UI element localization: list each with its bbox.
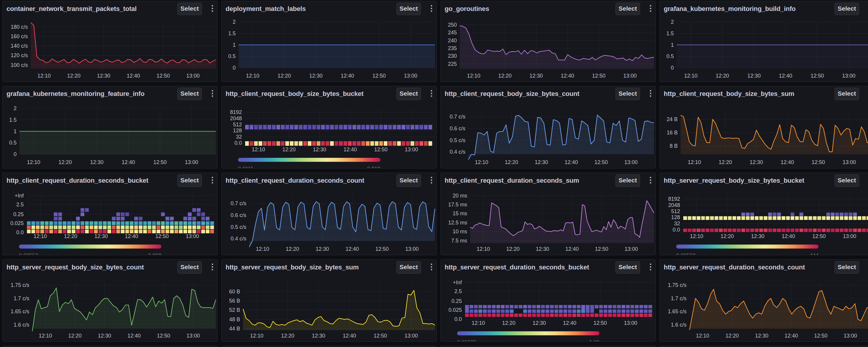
svg-text:12:20: 12:20 — [498, 73, 512, 79]
svg-text:2.5: 2.5 — [16, 201, 24, 208]
svg-text:12:10: 12:10 — [696, 333, 709, 339]
svg-text:12:40: 12:40 — [125, 233, 138, 239]
svg-text:12:30: 12:30 — [98, 333, 111, 339]
svg-text:12:40: 12:40 — [343, 147, 357, 153]
svg-text:12:20: 12:20 — [502, 320, 516, 326]
svg-text:12:50: 12:50 — [811, 73, 824, 79]
svg-text:1.6 c/s: 1.6 c/s — [13, 322, 29, 328]
svg-text:12:20: 12:20 — [278, 73, 291, 79]
svg-text:1.5: 1.5 — [228, 31, 236, 36]
svg-text:0.00553: 0.00553 — [19, 253, 38, 255]
svg-text:180 c/s: 180 c/s — [11, 24, 28, 30]
svg-text:24 B: 24 B — [667, 116, 678, 122]
svg-text:2048: 2048 — [230, 116, 242, 121]
svg-text:12:30: 12:30 — [751, 233, 764, 239]
svg-text:13:00: 13:00 — [625, 246, 638, 252]
svg-text:1.65 c/s: 1.65 c/s — [11, 309, 29, 314]
svg-text:0.025: 0.025 — [10, 220, 24, 226]
svg-text:+Inf: +Inf — [453, 280, 462, 285]
svg-text:0.0: 0.0 — [673, 227, 680, 233]
svg-text:12:10: 12:10 — [684, 73, 698, 79]
svg-text:12:30: 12:30 — [750, 159, 763, 165]
svg-text:13:00: 13:00 — [186, 73, 199, 79]
svg-text:0: 0 — [671, 65, 674, 71]
svg-text:0.998: 0.998 — [148, 253, 161, 255]
svg-text:7.5 ms: 7.5 ms — [451, 238, 467, 244]
svg-text:15 ms: 15 ms — [453, 211, 467, 216]
svg-text:0.6 c/s: 0.6 c/s — [230, 212, 246, 218]
svg-text:13:00: 13:00 — [187, 333, 200, 339]
svg-text:12:40: 12:40 — [779, 73, 792, 79]
svg-text:10 ms: 10 ms — [453, 228, 467, 234]
svg-text:48 B: 48 B — [229, 316, 240, 322]
svg-text:12:30: 12:30 — [533, 320, 546, 326]
svg-text:13:00: 13:00 — [405, 147, 418, 153]
svg-text:12:10: 12:10 — [250, 333, 264, 339]
svg-text:12:40: 12:40 — [127, 333, 141, 339]
svg-text:225: 225 — [448, 61, 457, 67]
svg-text:8192: 8192 — [668, 196, 680, 202]
svg-text:0.025: 0.025 — [448, 307, 462, 313]
svg-text:1.5: 1.5 — [9, 117, 17, 123]
svg-text:13:00: 13:00 — [623, 73, 637, 79]
svg-text:444: 444 — [810, 253, 818, 255]
svg-text:12:20: 12:20 — [506, 246, 520, 252]
svg-text:13:00: 13:00 — [185, 159, 198, 165]
svg-text:0.7 c/s: 0.7 c/s — [450, 114, 465, 120]
svg-text:17.5 ms: 17.5 ms — [448, 201, 467, 208]
svg-text:12:20: 12:20 — [720, 233, 734, 239]
svg-text:+Inf: +Inf — [14, 193, 24, 199]
svg-text:12:10: 12:10 — [690, 233, 703, 239]
svg-text:512: 512 — [233, 122, 242, 128]
svg-text:12:40: 12:40 — [563, 320, 577, 326]
svg-text:12:40: 12:40 — [127, 73, 140, 79]
svg-text:12:20: 12:20 — [281, 333, 294, 339]
svg-text:13:00: 13:00 — [404, 333, 418, 339]
svg-text:12:30: 12:30 — [536, 246, 549, 252]
svg-text:12:40: 12:40 — [341, 73, 354, 79]
svg-text:2: 2 — [233, 19, 236, 25]
svg-text:12:40: 12:40 — [565, 246, 579, 252]
svg-text:12:50: 12:50 — [814, 333, 828, 339]
svg-text:12:40: 12:40 — [781, 159, 794, 165]
svg-text:60 B: 60 B — [229, 289, 240, 294]
svg-text:13:00: 13:00 — [624, 320, 638, 326]
svg-text:12:30: 12:30 — [312, 333, 325, 339]
svg-text:12:50: 12:50 — [153, 159, 167, 165]
svg-text:12:40: 12:40 — [784, 333, 798, 339]
svg-text:12:30: 12:30 — [316, 246, 329, 252]
svg-text:0.7 c/s: 0.7 c/s — [230, 200, 246, 207]
svg-text:0: 0 — [233, 65, 236, 71]
svg-text:240: 240 — [448, 38, 457, 43]
svg-text:0: 0 — [13, 151, 17, 157]
svg-text:245: 245 — [448, 30, 457, 35]
svg-text:250: 250 — [448, 22, 457, 28]
svg-text:2: 2 — [671, 19, 674, 25]
svg-text:12:20: 12:20 — [68, 333, 82, 339]
svg-text:100 c/s: 100 c/s — [11, 62, 28, 68]
svg-text:160 c/s: 160 c/s — [11, 33, 28, 39]
svg-text:0.4 c/s: 0.4 c/s — [450, 149, 465, 155]
svg-text:12:10: 12:10 — [475, 159, 488, 165]
svg-text:1.5: 1.5 — [666, 31, 674, 36]
svg-text:0.6 c/s: 0.6 c/s — [450, 126, 465, 131]
svg-text:0.00558: 0.00558 — [676, 253, 695, 255]
svg-text:8192: 8192 — [230, 109, 242, 115]
svg-text:128: 128 — [233, 128, 242, 133]
svg-text:12:30: 12:30 — [747, 73, 761, 79]
svg-text:12:10: 12:10 — [256, 246, 269, 252]
svg-text:12:40: 12:40 — [122, 159, 135, 165]
svg-text:0.5: 0.5 — [228, 53, 236, 59]
svg-text:120 c/s: 120 c/s — [11, 53, 28, 58]
svg-text:12:10: 12:10 — [246, 73, 259, 79]
svg-text:12:50: 12:50 — [374, 333, 387, 339]
svg-text:0.5 c/s: 0.5 c/s — [450, 137, 465, 143]
svg-text:12:50: 12:50 — [592, 73, 606, 79]
svg-text:12:40: 12:40 — [343, 333, 356, 339]
svg-text:0.0: 0.0 — [455, 316, 462, 322]
svg-text:12:50: 12:50 — [157, 73, 170, 79]
svg-text:12:20: 12:20 — [725, 333, 739, 339]
svg-text:12:50: 12:50 — [594, 159, 608, 165]
svg-text:12:40: 12:40 — [345, 246, 359, 252]
svg-text:12:50: 12:50 — [374, 147, 388, 153]
